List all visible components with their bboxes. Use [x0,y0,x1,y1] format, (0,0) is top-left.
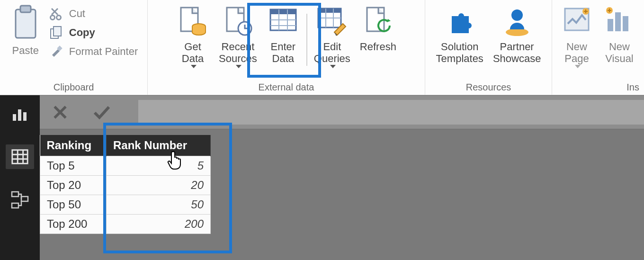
edit-queries-button[interactable]: Edit Queries [309,2,355,68]
svg-rect-41 [12,203,18,208]
formula-input[interactable] [138,100,644,125]
chevron-down-icon [191,65,197,68]
svg-rect-39 [12,192,18,197]
cell-ranking[interactable]: Top 5 [40,156,107,176]
nav-report-icon[interactable] [10,104,30,124]
format-painter-icon [49,45,63,59]
table-header-row: Ranking Rank Number [40,135,211,156]
refresh-button[interactable]: Refresh [355,2,401,53]
svg-rect-27 [608,19,613,31]
new-visual-button[interactable]: New Visual [598,2,641,65]
group-label-external-data: External data [259,80,314,94]
new-page-button[interactable]: New Page [555,2,598,68]
edit-queries-label: Edit Queries [314,41,350,65]
new-page-icon [560,5,593,38]
svg-rect-0 [16,9,36,38]
svg-rect-40 [21,197,28,201]
new-visual-icon [603,5,636,38]
recent-sources-button[interactable]: Recent Sources [214,2,262,68]
cell-rank-number[interactable]: 50 [107,195,211,215]
table-row[interactable]: Top 20 20 [40,176,211,195]
get-data-label: Get Data [182,41,204,65]
cut-label: Cut [69,8,85,20]
chevron-down-icon [236,65,242,68]
svg-rect-28 [615,12,621,31]
puzzle-icon [443,5,476,38]
nav-data-icon[interactable] [6,144,34,169]
ribbon: Paste Cut Copy [0,0,644,95]
cell-ranking[interactable]: Top 200 [40,215,107,234]
svg-rect-18 [318,9,341,13]
scissors-icon [49,7,63,21]
enter-data-icon [267,5,300,38]
clipboard-icon [12,5,39,42]
svg-point-23 [506,28,528,36]
new-page-label: New Page [564,41,589,65]
person-icon [501,5,534,38]
paste-button[interactable]: Paste [5,2,46,56]
svg-rect-32 [18,109,21,121]
group-clipboard: Paste Cut Copy [0,0,148,95]
partner-showcase-button[interactable]: Partner Showcase [488,2,546,65]
svg-rect-33 [23,112,27,121]
cell-ranking[interactable]: Top 20 [40,176,107,195]
copy-icon [49,26,63,40]
enter-data-label: Enter Data [271,41,296,65]
svg-rect-5 [54,27,61,36]
cell-rank-number[interactable]: 200 [107,215,211,234]
new-visual-label: New Visual [605,41,634,65]
data-table: Ranking Rank Number Top 5 5 Top 20 20 To… [40,135,211,234]
svg-point-2 [50,16,54,20]
svg-rect-34 [12,150,27,164]
table-row[interactable]: Top 200 200 [40,215,211,234]
copy-button[interactable]: Copy [49,26,138,40]
table-row[interactable]: Top 50 50 [40,195,211,215]
group-external-data: Get Data Recent Sources [148,0,425,95]
copy-label: Copy [69,27,95,39]
get-data-button[interactable]: Get Data [171,2,214,68]
cancel-formula-button[interactable] [50,102,70,122]
commit-formula-button[interactable] [92,102,112,122]
group-label-clipboard: Clipboard [54,80,94,94]
svg-point-3 [56,16,61,20]
get-data-icon [176,5,209,38]
partner-showcase-label: Partner Showcase [493,41,541,65]
svg-point-24 [511,9,523,21]
edit-queries-icon [315,5,349,38]
format-painter-button[interactable]: Format Painter [49,45,138,59]
column-header-ranking[interactable]: Ranking [40,135,107,156]
left-nav [0,95,40,260]
recent-sources-icon [221,5,254,38]
cell-rank-number[interactable]: 5 [107,156,211,176]
refresh-label: Refresh [360,41,396,53]
group-insert: New Page New Visual Ins [552,0,644,95]
group-label-insert: Ins [626,80,640,94]
chevron-down-icon [330,65,336,68]
svg-rect-1 [20,6,31,12]
cell-rank-number[interactable]: 20 [107,176,211,195]
group-label-resources: Resources [466,80,511,94]
content-area: Ranking Rank Number Top 5 5 Top 20 20 To… [40,95,644,260]
table-row[interactable]: Top 5 5 [40,156,211,176]
refresh-icon [361,5,394,38]
solution-templates-label: Solution Templates [436,41,483,65]
format-painter-label: Format Painter [69,45,138,58]
group-resources: Solution Templates Partner Showcase Reso… [425,0,552,95]
svg-rect-12 [270,9,296,14]
separator [306,14,307,66]
enter-data-button[interactable]: Enter Data [262,2,304,65]
svg-rect-29 [623,16,628,31]
nav-model-icon[interactable] [10,190,30,210]
recent-sources-label: Recent Sources [219,41,257,65]
cut-button[interactable]: Cut [49,7,138,21]
paste-label: Paste [12,45,39,56]
column-header-rank-number[interactable]: Rank Number [107,135,211,156]
cell-ranking[interactable]: Top 50 [40,195,107,215]
svg-rect-31 [13,114,16,121]
formula-bar [40,95,644,129]
solution-templates-button[interactable]: Solution Templates [431,2,488,65]
chevron-down-icon [575,65,581,68]
